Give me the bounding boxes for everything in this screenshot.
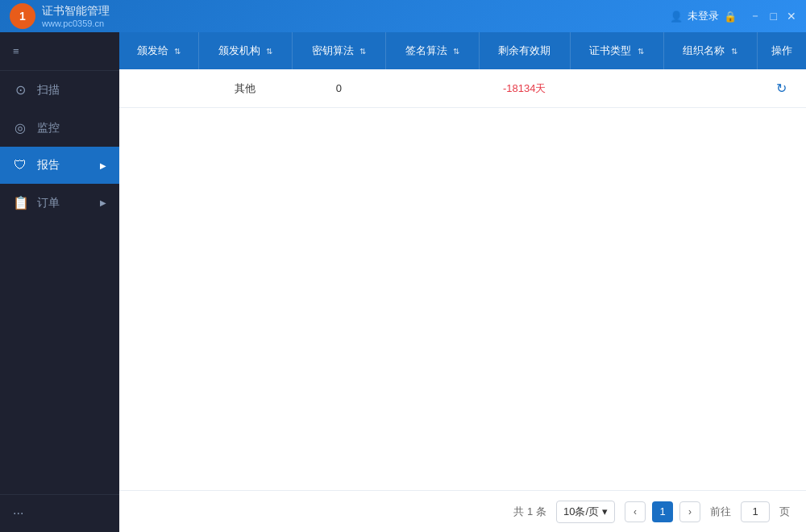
sort-signature-icon: ⇅ (453, 47, 459, 56)
goto-input[interactable] (741, 501, 770, 522)
page-size-select[interactable]: 10条/页 ▾ (556, 501, 615, 523)
page-size-arrow-icon: ▾ (602, 505, 608, 517)
sidebar-more-button[interactable]: ··· (0, 494, 119, 532)
goto-page-unit: 页 (779, 505, 790, 519)
more-icon: ··· (13, 506, 23, 520)
title-bar: 1 证书智能管理 www.pc0359.cn 👤 未登录 🔒 － □ ✕ (0, 0, 806, 32)
cell-org-name (663, 69, 757, 108)
user-info: 👤 未登录 🔒 (670, 9, 737, 23)
col-encryption-label: 密钥算法 (312, 44, 354, 56)
cell-remaining: -18134天 (479, 69, 570, 108)
sort-issued-by-icon: ⇅ (266, 47, 272, 56)
main-layout: ≡ ⊙ 扫描 ◎ 监控 🛡 报告 ▶ 📋 订单 ▶ ··· (0, 32, 806, 532)
pagination-controls: ‹ 1 › (625, 501, 700, 522)
remaining-days-value: -18134天 (503, 82, 546, 94)
maximize-button[interactable]: □ (771, 10, 777, 23)
refresh-button[interactable]: ↻ (776, 81, 787, 95)
close-button[interactable]: ✕ (787, 10, 796, 23)
pagination-total-label: 共 1 条 (513, 505, 546, 519)
col-issued-by-label: 颁发机构 (218, 44, 260, 56)
sort-encryption-icon: ⇅ (359, 47, 366, 56)
menu-icon: ≡ (13, 45, 19, 57)
report-arrow-icon: ▶ (100, 161, 106, 170)
col-signature-label: 签名算法 (405, 44, 447, 56)
page-size-label: 10条/页 (563, 505, 599, 519)
sidebar-label-report: 报告 (37, 158, 60, 172)
user-label: 未登录 (688, 9, 719, 23)
col-action-label: 操作 (771, 44, 792, 56)
total-unit: 条 (536, 505, 546, 517)
goto-label: 前往 (710, 505, 731, 519)
monitor-icon: ◎ (13, 120, 27, 135)
next-icon: › (688, 506, 692, 517)
sidebar-item-scan[interactable]: ⊙ 扫描 (0, 71, 119, 109)
col-remaining-label: 剩余有效期 (498, 44, 550, 56)
col-action: 操作 (757, 32, 806, 69)
certificate-table: 颁发给 ⇅ 颁发机构 ⇅ 密钥算法 ⇅ 签名算法 (119, 32, 806, 108)
sidebar: ≡ ⊙ 扫描 ◎ 监控 🛡 报告 ▶ 📋 订单 ▶ ··· (0, 32, 119, 532)
sidebar-label-scan: 扫描 (37, 83, 60, 98)
sidebar-item-monitor[interactable]: ◎ 监控 (0, 109, 119, 147)
report-icon: 🛡 (13, 158, 27, 172)
title-bar-right: 👤 未登录 🔒 － □ ✕ (670, 9, 796, 23)
sidebar-label-monitor: 监控 (37, 121, 60, 135)
current-page-number: 1 (659, 505, 665, 517)
col-issued-to-label: 颁发给 (137, 44, 168, 56)
col-org-name[interactable]: 组织名称 ⇅ (663, 32, 757, 69)
app-name: 证书智能管理 (42, 4, 110, 19)
window-controls: － □ ✕ (750, 9, 796, 23)
table-container: 颁发给 ⇅ 颁发机构 ⇅ 密钥算法 ⇅ 签名算法 (119, 32, 806, 490)
total-count: 1 (527, 505, 533, 517)
table-row: 其他 0 -18134天 ↻ (119, 69, 806, 108)
col-issued-to[interactable]: 颁发给 ⇅ (119, 32, 198, 69)
order-arrow-icon: ▶ (100, 198, 106, 207)
user-icon: 👤 (670, 10, 683, 23)
order-icon: 📋 (13, 195, 27, 210)
sidebar-item-report[interactable]: 🛡 报告 ▶ (0, 147, 119, 184)
table-header-row: 颁发给 ⇅ 颁发机构 ⇅ 密钥算法 ⇅ 签名算法 (119, 32, 806, 69)
prev-icon: ‹ (634, 506, 637, 517)
cell-cert-type (570, 69, 663, 108)
sidebar-item-order[interactable]: 📋 订单 ▶ (0, 184, 119, 222)
col-cert-type[interactable]: 证书类型 ⇅ (570, 32, 663, 69)
minimize-button[interactable]: － (750, 9, 761, 23)
sort-org-name-icon: ⇅ (731, 47, 737, 56)
sidebar-menu-toggle[interactable]: ≡ (0, 32, 119, 71)
col-issued-by[interactable]: 颁发机构 ⇅ (198, 32, 292, 69)
cell-issued-to (119, 69, 198, 108)
content-area: 颁发给 ⇅ 颁发机构 ⇅ 密钥算法 ⇅ 签名算法 (119, 32, 806, 532)
col-remaining: 剩余有效期 (479, 32, 570, 69)
scan-icon: ⊙ (13, 82, 27, 98)
col-cert-type-label: 证书类型 (589, 44, 631, 56)
col-encryption[interactable]: 密钥算法 ⇅ (292, 32, 385, 69)
lock-icon: 🔒 (724, 10, 737, 23)
app-logo: 1 (10, 3, 35, 29)
cell-issued-by: 其他 (198, 69, 292, 108)
total-prefix: 共 (513, 505, 524, 517)
current-page-indicator: 1 (652, 501, 673, 522)
sidebar-label-order: 订单 (37, 196, 60, 210)
title-bar-left: 1 证书智能管理 www.pc0359.cn (10, 3, 110, 29)
cell-signature (385, 69, 479, 108)
sort-cert-type-icon: ⇅ (638, 47, 644, 56)
cell-action: ↻ (757, 69, 806, 108)
prev-page-button[interactable]: ‹ (625, 501, 646, 522)
next-page-button[interactable]: › (679, 501, 700, 522)
pagination-bar: 共 1 条 10条/页 ▾ ‹ 1 › 前往 页 (119, 490, 806, 532)
sort-issued-to-icon: ⇅ (174, 47, 181, 56)
col-signature[interactable]: 签名算法 ⇅ (385, 32, 479, 69)
title-info: 证书智能管理 www.pc0359.cn (42, 4, 110, 28)
col-org-name-label: 组织名称 (683, 44, 725, 56)
cell-encryption: 0 (292, 69, 385, 108)
app-subtitle: www.pc0359.cn (42, 19, 110, 28)
logo-text: 1 (19, 10, 26, 23)
